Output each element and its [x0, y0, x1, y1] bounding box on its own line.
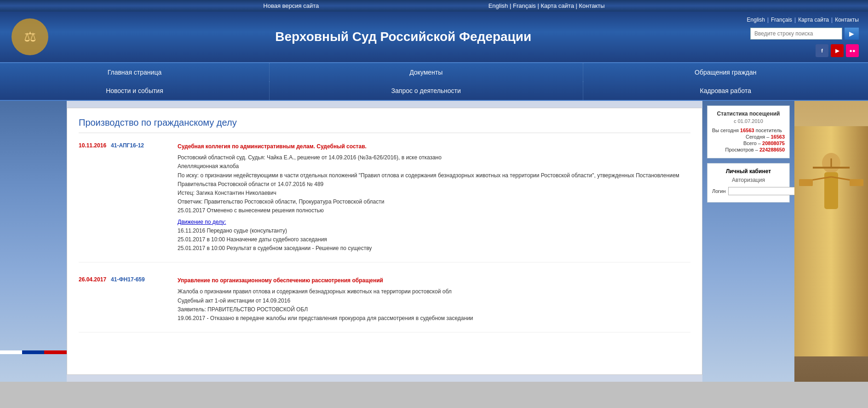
stats-title: Статистика посещений	[712, 111, 785, 117]
search-input[interactable]	[750, 28, 842, 40]
map-link-header[interactable]: Карта сайта	[798, 17, 829, 23]
header: ⚖ Верховный Суд Российской Федерации Eng…	[0, 12, 868, 62]
cabinet-title: Личный кабинет	[712, 168, 785, 175]
case-number-2: 41-ФН17-659	[111, 276, 145, 323]
personal-cabinet: Личный кабинет Авторизация Логин	[707, 163, 790, 203]
search-button[interactable]: ▶	[845, 28, 859, 40]
case-line-4: Истец: Загика Константин Николаевич	[178, 189, 690, 198]
page-title: Производство по гражданскому делу	[79, 117, 690, 133]
header-right: English | Français | Карта сайта | Конта…	[747, 17, 859, 57]
login-label: Логин	[712, 188, 726, 194]
nav-home[interactable]: Главная страница	[108, 69, 162, 76]
nav-citizens[interactable]: Обращения граждан	[695, 69, 756, 76]
svg-rect-8	[850, 179, 863, 186]
case-line-6: 25.01.2017 Отменено с вынесением решения…	[178, 206, 690, 215]
case2-line-2: Судебный акт 1-ой инстанции от 14.09.201…	[178, 297, 690, 305]
stats-you: Вы сегодня 16563 посетитель	[712, 128, 785, 133]
case2-line-4: 19.06.2017 - Отказано в передаче жалобы …	[178, 314, 690, 323]
topbar-label: Новая версия сайта	[263, 2, 319, 9]
stats-row-total: Всего – 20808075	[712, 140, 785, 146]
nav-personnel[interactable]: Кадровая работа	[700, 87, 751, 94]
case-line-1: Ростовский областной суд. Судья: Чайка Е…	[178, 153, 690, 162]
top-links: English | Français | Карта сайта | Конта…	[747, 17, 859, 23]
social-icons: f ▶ ●●	[816, 44, 859, 57]
case-line-10: 25.01.2017 в 10:00 Результат в судебном …	[178, 244, 690, 253]
case-entry: 10.11.2016 41-АПГ16-12 Судебная коллегия…	[79, 142, 690, 262]
case-meta-2: 26.04.2017 41-ФН17-659	[79, 276, 171, 323]
case2-line-1: Жалоба о признании правил отлова и содер…	[178, 287, 690, 296]
main-nav: Главная страница Документы Обращения гра…	[0, 62, 868, 101]
stats-box: Статистика посещений с 01.07.2010 Вы сег…	[707, 105, 790, 158]
logo: ⚖	[9, 16, 51, 58]
case-title-link[interactable]: Судебная коллегия по административным де…	[178, 142, 690, 151]
page-wrapper: Производство по гражданскому делу 10.11.…	[0, 101, 868, 382]
nav-query[interactable]: Запрос о деятельности	[391, 87, 461, 94]
nav-news[interactable]: Новости и события	[106, 87, 163, 94]
case-line-3: По иску: о признании недействующими в ча…	[178, 171, 690, 189]
francais-link-header[interactable]: Français	[771, 17, 792, 23]
login-row: Логин	[712, 187, 785, 195]
top-bar: Новая версия сайта English | Français | …	[0, 0, 868, 12]
contacts-link[interactable]: Контакты	[579, 2, 605, 9]
case-title-link-2[interactable]: Управление по организационному обеспечен…	[178, 276, 690, 285]
case-body-2: Управление по организационному обеспечен…	[178, 276, 690, 323]
case-line-5: Ответчик: Правительство Ростовской облас…	[178, 198, 690, 206]
left-decor	[0, 101, 67, 382]
case-meta: 10.11.2016 41-АПГ16-12	[79, 142, 171, 253]
svg-rect-7	[799, 179, 813, 186]
main-content: Производство по гражданскому делу 10.11.…	[67, 108, 702, 375]
stats-row-today: Сегодня – 16563	[712, 134, 785, 140]
nav-documents[interactable]: Документы	[409, 69, 443, 76]
youtube-icon[interactable]: ▶	[831, 44, 844, 57]
case-line-9: 25.01.2017 в 10:00 Назначение даты судеб…	[178, 235, 690, 244]
site-map-link[interactable]: Карта сайта	[540, 2, 574, 9]
english-link[interactable]: English	[489, 2, 508, 9]
movement-link[interactable]: Движение по делу:	[178, 219, 226, 225]
francais-link[interactable]: Français	[513, 2, 536, 9]
case-date: 10.11.2016	[79, 142, 106, 253]
site-title: Верховный Суд Российской Федерации	[60, 29, 747, 44]
case-entry: 26.04.2017 41-ФН17-659 Управление по орг…	[79, 276, 690, 332]
case-line-2: Апелляционная жалоба	[178, 162, 690, 171]
right-decor	[794, 101, 868, 382]
svg-text:⚖: ⚖	[24, 29, 36, 44]
flickr-icon[interactable]: ●●	[846, 44, 859, 57]
stats-subtitle: с 01.07.2010	[712, 118, 785, 124]
english-link-header[interactable]: English	[747, 17, 765, 23]
case2-line-3: Заявитель: ПРАВИТЕЛЬСТВО РОСТОВСКОЙ ОБЛ	[178, 305, 690, 314]
login-input[interactable]	[728, 187, 796, 195]
cabinet-auth: Авторизация	[712, 177, 785, 183]
search-bar: ▶	[750, 28, 859, 40]
facebook-icon[interactable]: f	[816, 44, 828, 57]
case-body: Судебная коллегия по административным де…	[178, 142, 690, 253]
contacts-link-header[interactable]: Контакты	[835, 17, 859, 23]
case-date-2: 26.04.2017	[79, 276, 106, 323]
right-sidebar: Статистика посещений с 01.07.2010 Вы сег…	[702, 101, 794, 382]
stats-row-views: Просмотров – 224288650	[712, 147, 785, 152]
case-number: 41-АПГ16-12	[111, 142, 144, 253]
case-line-8: 16.11.2016 Передано судье (консультанту)	[178, 227, 690, 235]
